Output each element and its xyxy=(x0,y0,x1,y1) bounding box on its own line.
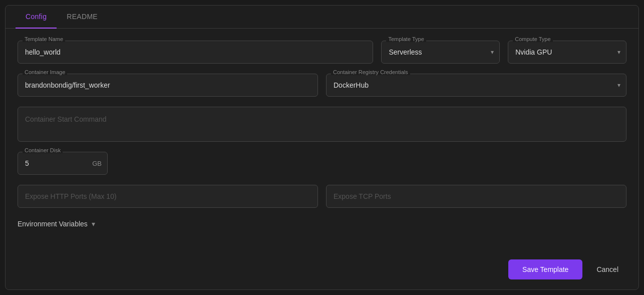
env-variables-label: Environment Variables xyxy=(18,220,88,228)
container-registry-select-wrapper: DockerHub GitHub Custom ▾ xyxy=(326,74,626,97)
modal-container: Config README Template Name Template Typ… xyxy=(5,5,639,290)
row-start-command: Container Start Command xyxy=(18,107,626,142)
row-ports xyxy=(18,185,626,208)
save-template-button[interactable]: Save Template xyxy=(508,259,582,279)
template-type-select[interactable]: Serverless Persistent Spot xyxy=(381,41,500,64)
env-variables-chevron-icon: ▾ xyxy=(92,220,95,228)
row-container-info: Container Image Container Registry Crede… xyxy=(18,74,626,97)
row-template-info: Template Name Template Type Serverless P… xyxy=(18,41,626,64)
container-registry-select[interactable]: DockerHub GitHub Custom xyxy=(326,74,626,97)
container-disk-input[interactable] xyxy=(18,152,108,175)
template-name-field: Template Name xyxy=(18,41,373,64)
cancel-button[interactable]: Cancel xyxy=(588,259,626,279)
container-registry-field: Container Registry Credentials DockerHub… xyxy=(326,74,626,97)
container-image-field: Container Image xyxy=(18,74,318,97)
container-image-input[interactable] xyxy=(18,74,318,97)
container-disk-input-wrapper: GB xyxy=(18,152,108,175)
compute-type-field: Compute Type Nvidia GPU CPU AMD GPU ▾ xyxy=(508,41,626,64)
tab-config[interactable]: Config xyxy=(16,6,57,29)
env-variables-row[interactable]: Environment Variables ▾ xyxy=(18,218,626,230)
container-start-command-input[interactable] xyxy=(18,107,626,139)
compute-type-select[interactable]: Nvidia GPU CPU AMD GPU xyxy=(508,41,626,64)
template-type-select-wrapper: Serverless Persistent Spot ▾ xyxy=(381,41,500,64)
template-name-input[interactable] xyxy=(18,41,373,64)
template-type-field: Template Type Serverless Persistent Spot… xyxy=(381,41,500,64)
http-ports-input[interactable] xyxy=(18,185,318,208)
tab-readme[interactable]: README xyxy=(57,6,108,29)
row-container-disk: Container Disk GB xyxy=(18,152,626,175)
http-ports-field xyxy=(18,185,318,208)
tabs-bar: Config README xyxy=(6,6,638,29)
form-content: Template Name Template Type Serverless P… xyxy=(6,29,638,253)
tcp-ports-input[interactable] xyxy=(326,185,626,208)
footer: Save Template Cancel xyxy=(6,253,638,289)
container-start-command-wrapper: Container Start Command xyxy=(18,107,626,142)
container-disk-field: Container Disk GB xyxy=(18,152,108,175)
compute-type-select-wrapper: Nvidia GPU CPU AMD GPU ▾ xyxy=(508,41,626,64)
tcp-ports-field xyxy=(326,185,626,208)
